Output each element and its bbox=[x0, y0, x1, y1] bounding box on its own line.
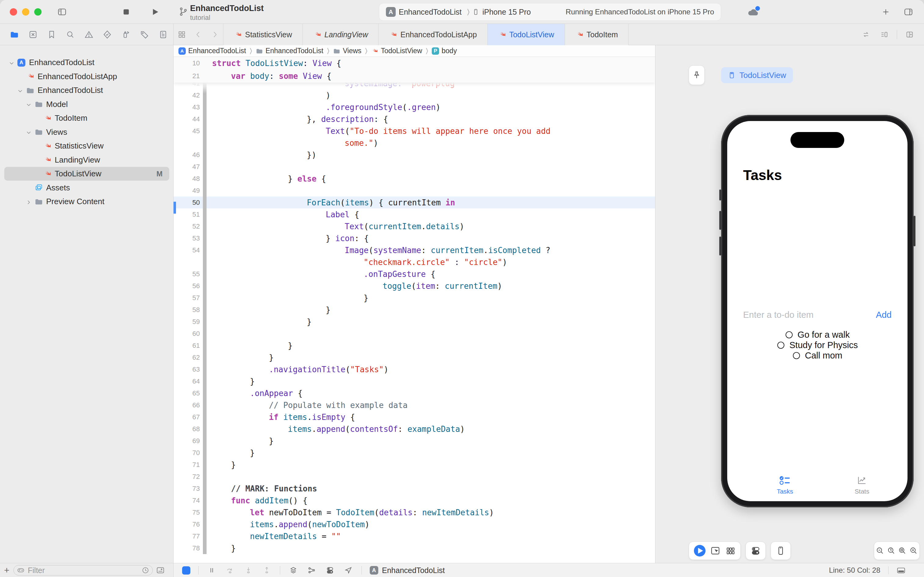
line-number[interactable]: 43 bbox=[174, 103, 203, 111]
line-number[interactable]: 75 bbox=[174, 509, 203, 516]
code-line-47[interactable]: 47 bbox=[174, 161, 655, 172]
todo-circle-icon[interactable] bbox=[792, 351, 800, 360]
todo-item[interactable]: Study for Physics bbox=[777, 340, 858, 350]
filter-menu-icon[interactable] bbox=[17, 566, 25, 574]
filter-field[interactable]: Filter bbox=[13, 565, 153, 575]
running-app-chip[interactable]: AEnhancedTodoList bbox=[370, 566, 445, 575]
sidebar-item-views[interactable]: Views bbox=[4, 125, 169, 139]
zoom-window-button[interactable] bbox=[34, 8, 42, 16]
line-number[interactable]: 45 bbox=[174, 127, 203, 135]
code-line-56[interactable]: 56toggle(item: currentItem) bbox=[174, 280, 655, 292]
step-out-button[interactable] bbox=[262, 565, 272, 575]
code-line-70[interactable]: 70} bbox=[174, 447, 655, 459]
code-line-21[interactable]: 21var body: some View { bbox=[174, 70, 655, 82]
breadcrumb-item[interactable]: EnhancedTodoList bbox=[256, 47, 323, 55]
scm-filter-icon[interactable] bbox=[156, 566, 165, 575]
line-number[interactable]: 50 bbox=[174, 199, 203, 206]
sidebar-item-enhancedtodolist[interactable]: AEnhancedTodoList bbox=[4, 56, 169, 69]
disclosure-down-icon[interactable] bbox=[25, 129, 32, 135]
code-line-65[interactable]: 65.onAppear { bbox=[174, 387, 655, 399]
close-window-button[interactable] bbox=[10, 8, 17, 16]
tab-LandingView[interactable]: LandingView bbox=[303, 24, 379, 45]
breakpoints-navigator[interactable] bbox=[139, 29, 150, 40]
line-number[interactable]: 54 bbox=[174, 246, 203, 254]
tab-TodoListView[interactable]: TodoListView bbox=[488, 24, 565, 45]
line-number[interactable]: 60 bbox=[174, 330, 203, 338]
line-number[interactable]: 77 bbox=[174, 532, 203, 540]
code-line-62[interactable]: 62} bbox=[174, 351, 655, 363]
line-number[interactable]: 55 bbox=[174, 270, 203, 278]
tab-StatisticsView[interactable]: StatisticsView bbox=[223, 24, 303, 45]
phone-tab-stats[interactable]: Stats bbox=[831, 475, 893, 495]
breadcrumb-item[interactable]: Views bbox=[333, 47, 361, 55]
related-items-icon[interactable] bbox=[174, 24, 190, 45]
sidebar-item-preview-content[interactable]: Preview Content bbox=[4, 195, 169, 208]
line-number[interactable]: 48 bbox=[174, 175, 203, 183]
code-line-74[interactable]: 74func addItem() { bbox=[174, 495, 655, 506]
code-line-50[interactable]: 50ForEach(items) { currentItem in bbox=[174, 197, 655, 208]
project-navigator[interactable] bbox=[9, 29, 19, 40]
code-line-41[interactable]: 41systemImage: "powerplug" bbox=[174, 82, 655, 89]
split-editor-icon[interactable] bbox=[901, 31, 918, 39]
line-number[interactable]: 74 bbox=[174, 496, 203, 504]
line-number[interactable]: 58 bbox=[174, 306, 203, 314]
forward-icon[interactable] bbox=[206, 24, 223, 45]
code-line-wrap[interactable]: some.") bbox=[174, 137, 655, 149]
phone-tab-tasks[interactable]: Tasks bbox=[754, 475, 816, 495]
pin-preview-button[interactable] bbox=[689, 65, 705, 85]
todo-input[interactable]: Enter a to-do item bbox=[743, 310, 814, 320]
toggle-left-sidebar-icon[interactable] bbox=[56, 5, 68, 18]
disclosure-down-icon[interactable] bbox=[8, 59, 15, 66]
sidebar-item-todolistview[interactable]: TodoListViewM bbox=[4, 167, 169, 181]
line-number[interactable]: 42 bbox=[174, 91, 203, 99]
recent-files-clock-icon[interactable] bbox=[142, 566, 150, 574]
line-number[interactable]: 61 bbox=[174, 342, 203, 350]
disclosure-right-icon[interactable] bbox=[25, 198, 32, 205]
line-number[interactable]: 57 bbox=[174, 294, 203, 302]
code-line-67[interactable]: 67if items.isEmpty { bbox=[174, 411, 655, 423]
code-line-52[interactable]: 52Text(currentItem.details) bbox=[174, 220, 655, 232]
code-review-icon[interactable] bbox=[858, 31, 874, 39]
code-line-43[interactable]: 43.foregroundStyle(.green) bbox=[174, 101, 655, 113]
tests-navigator[interactable] bbox=[102, 29, 113, 40]
add-file-button[interactable]: + bbox=[0, 565, 13, 575]
zoom-100-button[interactable] bbox=[886, 546, 897, 556]
sidebar-item-assets[interactable]: Assets bbox=[4, 181, 169, 195]
sidebar-item-statisticsview[interactable]: StatisticsView bbox=[4, 139, 169, 153]
line-number[interactable]: 47 bbox=[174, 163, 203, 171]
environment-overrides-button[interactable] bbox=[325, 565, 335, 575]
line-number[interactable]: 10 bbox=[174, 59, 203, 67]
add-button[interactable]: Add bbox=[876, 310, 892, 320]
scheme-selector[interactable]: A EnhancedTodoList 〉 bbox=[386, 7, 472, 17]
zoom-out-button[interactable] bbox=[875, 546, 885, 556]
tab-EnhancedTodoListApp[interactable]: EnhancedTodoListApp bbox=[378, 24, 487, 45]
source-editor[interactable]: AEnhancedTodoList〉EnhancedTodoList〉Views… bbox=[174, 45, 655, 563]
disclosure-down-icon[interactable] bbox=[25, 101, 32, 108]
code-line-75[interactable]: 75let newToDoItem = TodoItem(details: ne… bbox=[174, 506, 655, 518]
play-live-button[interactable] bbox=[694, 545, 705, 556]
code-line-48[interactable]: 48} else { bbox=[174, 172, 655, 185]
todo-circle-icon[interactable] bbox=[785, 331, 793, 339]
adjust-editor-options-icon[interactable] bbox=[876, 31, 893, 39]
code-line-61[interactable]: 61} bbox=[174, 340, 655, 351]
destination-selector[interactable]: iPhone 15 Pro bbox=[472, 8, 531, 16]
bookmarks-navigator[interactable] bbox=[47, 29, 57, 40]
back-icon[interactable] bbox=[190, 24, 206, 45]
pause-button[interactable] bbox=[206, 565, 217, 575]
step-over-button[interactable] bbox=[225, 565, 235, 575]
line-number[interactable]: 56 bbox=[174, 282, 203, 290]
cursor-rect-button[interactable] bbox=[710, 546, 721, 556]
line-number[interactable]: 46 bbox=[174, 151, 203, 159]
sidebar-item-landingview[interactable]: LandingView bbox=[4, 153, 169, 167]
code-lines[interactable]: 41systemImage: "powerplug"42)43.foregrou… bbox=[174, 82, 655, 563]
debug-navigator[interactable] bbox=[121, 29, 131, 40]
line-number[interactable]: 66 bbox=[174, 401, 203, 409]
run-button[interactable] bbox=[148, 5, 161, 18]
code-line-73[interactable]: 73// MARK: Functions bbox=[174, 483, 655, 495]
line-number[interactable]: 78 bbox=[174, 544, 203, 552]
code-line-59[interactable]: 59} bbox=[174, 316, 655, 328]
memory-graph-button[interactable] bbox=[306, 565, 317, 575]
code-line-44[interactable]: 44}, description: { bbox=[174, 113, 655, 125]
toggles-button[interactable] bbox=[750, 546, 761, 556]
code-line-71[interactable]: 71} bbox=[174, 459, 655, 471]
